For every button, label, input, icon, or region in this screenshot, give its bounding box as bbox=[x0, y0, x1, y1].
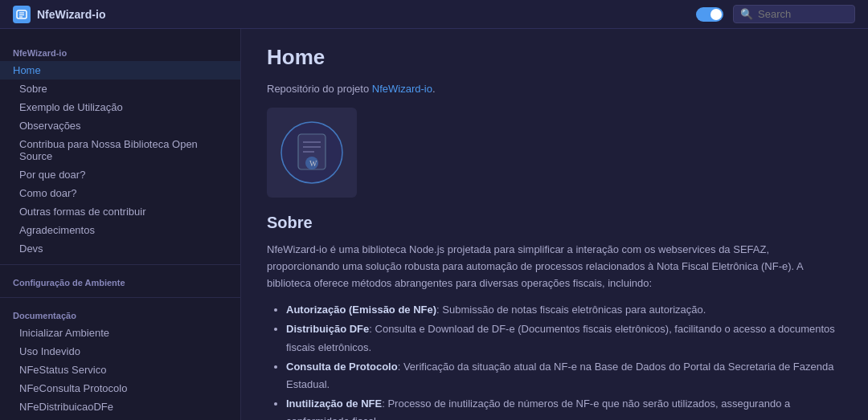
sidebar-divider-2 bbox=[0, 297, 240, 298]
sidebar-item-exemplo[interactable]: Exemplo de Utilização bbox=[0, 98, 240, 116]
search-icon: 🔍 bbox=[740, 8, 753, 20]
sidebar-item-observacoes[interactable]: Observações bbox=[0, 116, 240, 135]
sidebar-item-nfedistrib[interactable]: NFeDistribuicaoDFe bbox=[0, 398, 240, 416]
intro-paragraph: NfeWizard-io é uma biblioteca Node.js pr… bbox=[267, 242, 842, 292]
list-item: Distribuição DFe: Consulta e Download de… bbox=[286, 320, 842, 356]
bullet-label-0: Autorização (Emissão de NFe) bbox=[286, 304, 436, 316]
sidebar-item-outras[interactable]: Outras formas de contribuir bbox=[0, 202, 240, 221]
page-title: Home bbox=[267, 45, 842, 70]
sidebar-divider-1 bbox=[0, 264, 240, 265]
sidebar-item-nfestatus[interactable]: NFeStatus Servico bbox=[0, 361, 240, 379]
bullet-label-3: Inutilização de NFE bbox=[286, 398, 382, 410]
sidebar-section-label-main: NfeWizard-io bbox=[0, 42, 240, 61]
feature-list: Autorização (Emissão de NFe): Submissão … bbox=[267, 301, 842, 420]
sidebar-item-home[interactable]: Home bbox=[0, 61, 240, 80]
logo[interactable]: NfeWizard-io bbox=[13, 6, 105, 23]
theme-toggle[interactable] bbox=[696, 7, 723, 22]
sidebar-item-devs[interactable]: Devs bbox=[0, 239, 240, 258]
bullet-text-0: : Submissão de notas fiscais eletrônicas… bbox=[436, 304, 706, 316]
svg-text:W: W bbox=[309, 159, 317, 168]
bullet-text-1: : Consulta e Download de DF-e (Documento… bbox=[286, 323, 835, 353]
list-item: Inutilização de NFE: Processo de inutili… bbox=[286, 395, 842, 420]
sidebar: NfeWizard-io Home Sobre Exemplo de Utili… bbox=[0, 29, 241, 420]
repo-line-suffix: . bbox=[432, 83, 436, 95]
top-navigation: NfeWizard-io 🔍 bbox=[0, 0, 868, 29]
repo-line: Repositório do projeto NfeWizard-io. bbox=[267, 83, 842, 95]
sidebar-section-label-config: Configuração de Ambiente bbox=[0, 271, 240, 291]
sidebar-item-comodoar[interactable]: Como doar? bbox=[0, 184, 240, 202]
repo-link[interactable]: NfeWizard-io bbox=[372, 83, 432, 95]
sidebar-item-uso[interactable]: Uso Indevido bbox=[0, 342, 240, 361]
hero-image: W bbox=[267, 108, 357, 198]
sidebar-item-contribua[interactable]: Contribua para Nossa Biblioteca Open Sou… bbox=[0, 135, 240, 165]
logo-icon bbox=[13, 6, 31, 23]
section-heading: Sobre bbox=[267, 214, 842, 232]
sidebar-section-label-doc: Documentação bbox=[0, 304, 240, 324]
main-content: Home Repositório do projeto NfeWizard-io… bbox=[241, 29, 868, 420]
sidebar-item-porquedoar[interactable]: Por que doar? bbox=[0, 165, 240, 184]
sidebar-item-nfeconsulta[interactable]: NFeConsulta Protocolo bbox=[0, 379, 240, 398]
bullet-label-1: Distribuição DFe bbox=[286, 323, 369, 335]
logo-label: NfeWizard-io bbox=[37, 8, 105, 21]
sidebar-item-sobre[interactable]: Sobre bbox=[0, 80, 240, 98]
main-layout: NfeWizard-io Home Sobre Exemplo de Utili… bbox=[0, 0, 868, 420]
repo-line-prefix: Repositório do projeto bbox=[267, 83, 372, 95]
sidebar-item-nfeinut[interactable]: NFeInutilizacao bbox=[0, 416, 240, 420]
bullet-label-2: Consulta de Protocolo bbox=[286, 361, 398, 373]
sidebar-item-agradecimentos[interactable]: Agradecimentos bbox=[0, 221, 240, 239]
sidebar-item-init[interactable]: Inicializar Ambiente bbox=[0, 324, 240, 342]
search-box[interactable]: 🔍 bbox=[733, 5, 855, 23]
search-input[interactable] bbox=[758, 8, 848, 20]
list-item: Autorização (Emissão de NFe): Submissão … bbox=[286, 301, 842, 319]
list-item: Consulta de Protocolo: Verificação da si… bbox=[286, 358, 842, 393]
